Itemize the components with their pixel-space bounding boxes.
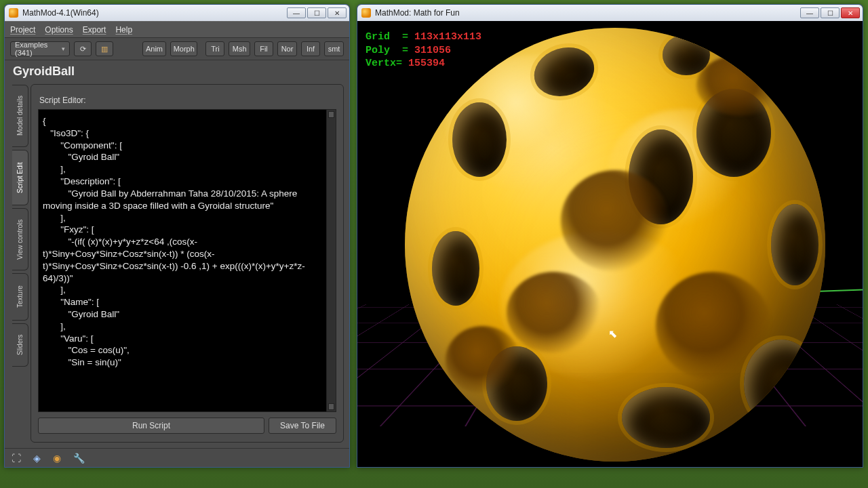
statusbar: ⛶ ◈ ◉ 🔧 <box>5 448 349 467</box>
maximize-button[interactable]: ☐ <box>821 7 840 18</box>
script-editor-label: Script Editor: <box>39 96 336 105</box>
object-name: GyroidBall <box>5 60 349 81</box>
tab-sliders[interactable]: Sliders <box>12 323 28 367</box>
nor-button[interactable]: Nor <box>277 41 297 56</box>
menu-options[interactable]: Options <box>45 25 73 35</box>
menu-export[interactable]: Export <box>83 25 106 35</box>
chevron-down-icon: ▾ <box>62 45 65 52</box>
tab-model-details[interactable]: Model details <box>12 85 28 147</box>
gyroid-ball-render <box>405 28 825 462</box>
close-button[interactable]: ✕ <box>328 7 347 18</box>
examples-dropdown[interactable]: Examples (341) ▾ <box>10 41 70 56</box>
tri-button[interactable]: Tri <box>205 41 224 56</box>
viewport-3d[interactable]: Grid = 113x113x113 Poly = 311056 Vertx= … <box>357 21 863 467</box>
viewer-window: MathMod: Math for Fun — ☐ ✕ <box>357 4 863 468</box>
minimize-button[interactable]: — <box>800 7 819 18</box>
script-editor[interactable]: { "Iso3D": { "Component": [ "Gyroid Ball… <box>38 109 336 412</box>
morph-button[interactable]: Morph <box>170 41 197 56</box>
scrollbar[interactable] <box>326 110 336 411</box>
cursor-icon: ⬉ <box>608 327 617 340</box>
script-panel: Model details Script Edit View controls … <box>31 84 344 443</box>
app-icon <box>361 8 371 18</box>
examples-label: Examples (341) <box>15 41 58 57</box>
wrench-icon[interactable]: 🔧 <box>73 453 85 464</box>
run-script-button[interactable]: Run Script <box>38 418 264 434</box>
app-icon <box>9 8 18 18</box>
window-title: MathMod: Math for Fun <box>375 8 799 18</box>
msh-button[interactable]: Msh <box>229 41 250 56</box>
refresh-icon[interactable]: ⟳ <box>74 41 92 56</box>
tool-icon-3[interactable]: ◉ <box>53 453 61 464</box>
hud-stats: Grid = 113x113x113 Poly = 311056 Vertx= … <box>366 30 481 70</box>
titlebar[interactable]: MathMod: Math for Fun — ☐ ✕ <box>357 5 863 21</box>
menu-project[interactable]: Project <box>10 25 35 35</box>
window-title: MathMod-4.1(Win64) <box>22 8 285 18</box>
script-text[interactable]: { "Iso3D": { "Component": [ "Gyroid Ball… <box>39 110 326 411</box>
folder-icon[interactable]: ▥ <box>96 41 113 56</box>
scroll-up-icon[interactable] <box>328 111 334 118</box>
menu-help[interactable]: Help <box>115 25 132 35</box>
smt-button[interactable]: smt <box>324 41 344 56</box>
tool-icon-1[interactable]: ⛶ <box>12 453 21 464</box>
inf-button[interactable]: Inf <box>301 41 320 56</box>
menubar: Project Options Export Help <box>5 21 349 37</box>
save-to-file-button[interactable]: Save To File <box>269 418 336 434</box>
tab-script-edit[interactable]: Script Edit <box>12 150 28 205</box>
editor-window: MathMod-4.1(Win64) — ☐ ✕ Project Options… <box>4 4 350 468</box>
titlebar[interactable]: MathMod-4.1(Win64) — ☐ ✕ <box>5 5 349 21</box>
tab-view-controls[interactable]: View controls <box>12 208 28 270</box>
fil-button[interactable]: Fil <box>254 41 273 56</box>
close-button[interactable]: ✕ <box>841 7 860 18</box>
tab-texture[interactable]: Texture <box>12 273 28 321</box>
minimize-button[interactable]: — <box>287 7 306 18</box>
maximize-button[interactable]: ☐ <box>307 7 326 18</box>
scroll-down-icon[interactable] <box>328 403 334 410</box>
toolbar: Examples (341) ▾ ⟳ ▥ Anim Morph Tri Msh … <box>5 37 349 60</box>
tool-icon-2[interactable]: ◈ <box>33 453 41 464</box>
anim-button[interactable]: Anim <box>142 41 166 56</box>
